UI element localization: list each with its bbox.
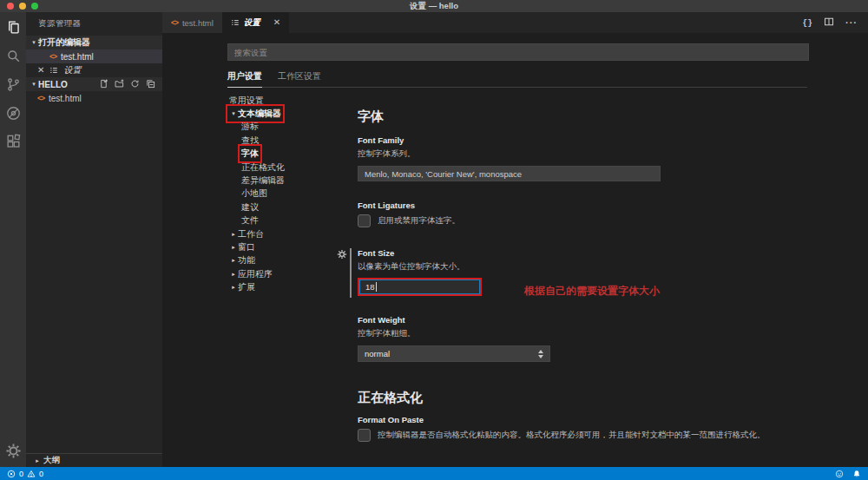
tab-bar: <> test.html 设置 ✕ {} ··· bbox=[162, 12, 868, 33]
status-bar: 0 0 bbox=[0, 467, 868, 480]
setting-title-format-on-save: Format On Save bbox=[358, 464, 807, 467]
settings-search-input[interactable] bbox=[227, 43, 809, 61]
setting-desc-font-family: 控制字体系列。 bbox=[358, 148, 807, 160]
feedback-smiley-icon[interactable] bbox=[835, 470, 844, 478]
toc-item-files[interactable]: 文件 bbox=[227, 214, 358, 227]
error-count: 0 bbox=[19, 470, 23, 478]
tab-test-html[interactable]: <> test.html bbox=[162, 12, 222, 33]
toc-item-application[interactable]: ▸应用程序 bbox=[227, 267, 358, 280]
chevron-down-icon: ▾ bbox=[229, 110, 238, 117]
annotation-box-font-size: 18 bbox=[358, 278, 482, 296]
tab-user-settings[interactable]: 用户设置 bbox=[227, 70, 262, 88]
error-icon bbox=[7, 470, 16, 478]
select-updown-icon bbox=[538, 350, 543, 358]
tab-workspace-settings[interactable]: 工作区设置 bbox=[278, 70, 321, 87]
edit-setting-gear-icon[interactable] bbox=[337, 247, 347, 263]
chevron-down-icon: ▾ bbox=[30, 81, 38, 88]
zoom-window-button[interactable] bbox=[31, 3, 38, 10]
open-editors-header[interactable]: ▾ 打开的编辑器 bbox=[26, 36, 162, 49]
html-file-icon: <> bbox=[37, 94, 44, 102]
toc-item-extensions[interactable]: ▸扩展 bbox=[227, 280, 358, 293]
toc-item-cursor[interactable]: 游标 bbox=[227, 121, 358, 134]
setting-desc-format-on-paste: 控制编辑器是否自动格式化粘贴的内容。格式化程序必须可用，并且能针对文档中的某一范… bbox=[378, 430, 766, 441]
extensions-icon[interactable] bbox=[4, 133, 22, 150]
section-heading-font: 字体 bbox=[358, 108, 807, 125]
chevron-right-icon: ▸ bbox=[229, 231, 238, 238]
window-controls bbox=[7, 3, 38, 10]
open-settings-json-icon[interactable]: {} bbox=[803, 18, 812, 28]
outline-section[interactable]: ▸ 大纲 bbox=[26, 453, 162, 467]
debug-icon[interactable] bbox=[4, 104, 22, 122]
chevron-right-icon: ▸ bbox=[229, 284, 238, 291]
tab-settings[interactable]: 设置 ✕ bbox=[222, 12, 289, 33]
annotation-box-font: 字体 bbox=[241, 148, 259, 160]
notifications-bell-icon[interactable] bbox=[852, 470, 861, 478]
setting-title-font-ligatures: Font Ligatures bbox=[358, 201, 807, 210]
settings-list: 字体 Font Family 控制字体系列。 Menlo, Monaco, 'C… bbox=[358, 88, 807, 467]
title-bar: 设置 — hello bbox=[0, 0, 868, 12]
more-actions-icon[interactable]: ··· bbox=[845, 17, 858, 28]
new-folder-icon[interactable] bbox=[115, 79, 124, 90]
close-window-button[interactable] bbox=[7, 3, 14, 10]
setting-font-size: Font Size 以像素为单位控制字体大小。 18 根据自己的需要设置字体大小 bbox=[358, 248, 807, 296]
toc-item-find[interactable]: 查找 bbox=[227, 134, 358, 147]
setting-title-format-on-paste: Format On Paste bbox=[358, 415, 807, 424]
toc-item-minimap[interactable]: 小地图 bbox=[227, 187, 358, 201]
annotation-note-font-size: 根据自己的需要设置字体大小 bbox=[524, 284, 660, 299]
settings-editor: 用户设置 工作区设置 常用设置 ▾ 文本编辑器 游标 bbox=[162, 33, 868, 467]
split-editor-icon[interactable] bbox=[824, 15, 834, 30]
font-ligatures-checkbox[interactable] bbox=[358, 214, 371, 227]
chevron-right-icon: ▸ bbox=[33, 457, 42, 464]
setting-desc-font-weight: 控制字体粗细。 bbox=[358, 328, 807, 339]
toc-item-formatting[interactable]: 正在格式化 bbox=[227, 161, 358, 174]
close-icon[interactable]: ✕ bbox=[273, 18, 280, 27]
chevron-right-icon: ▸ bbox=[229, 244, 238, 251]
collapse-all-icon[interactable] bbox=[146, 79, 155, 90]
annotation-box-text-editor: ▾ 文本编辑器 bbox=[229, 108, 281, 120]
source-control-icon[interactable] bbox=[4, 76, 22, 93]
font-weight-select[interactable]: normal bbox=[358, 345, 550, 362]
text-caret bbox=[376, 282, 377, 292]
open-editor-item-settings[interactable]: ✕ 设置 bbox=[26, 63, 162, 77]
format-on-paste-checkbox[interactable] bbox=[358, 429, 371, 442]
folder-header-hello[interactable]: ▾ HELLO bbox=[26, 77, 162, 91]
setting-title-font-family: Font Family bbox=[358, 135, 807, 145]
problems-status[interactable]: 0 0 bbox=[7, 470, 43, 478]
search-icon[interactable] bbox=[4, 47, 22, 64]
toc-item-commonly-used[interactable]: 常用设置 bbox=[227, 94, 358, 107]
sidebar-title: 资源管理器 bbox=[26, 12, 162, 36]
minimize-window-button[interactable] bbox=[19, 3, 26, 10]
font-family-input[interactable]: Menlo, Monaco, 'Courier New', monospace bbox=[358, 166, 661, 181]
setting-indicator-line bbox=[350, 248, 352, 298]
window-title: 设置 — hello bbox=[410, 1, 458, 12]
toc-item-diff-editor[interactable]: 差异编辑器 bbox=[227, 174, 358, 187]
manage-gear-icon[interactable] bbox=[4, 442, 22, 459]
section-heading-formatting: 正在格式化 bbox=[358, 390, 807, 406]
toc-item-text-editor[interactable]: ▾ 文本编辑器 bbox=[227, 107, 358, 120]
setting-title-font-size: Font Size bbox=[358, 248, 807, 258]
new-file-icon[interactable] bbox=[99, 79, 108, 90]
chevron-down-icon: ▾ bbox=[30, 39, 38, 46]
refresh-icon[interactable] bbox=[130, 79, 140, 90]
settings-list-icon bbox=[49, 66, 58, 75]
settings-toc: 常用设置 ▾ 文本编辑器 游标 查找 字体 bbox=[227, 88, 358, 467]
settings-scope-tabs: 用户设置 工作区设置 bbox=[227, 69, 807, 88]
warning-icon bbox=[27, 470, 36, 478]
setting-title-font-weight: Font Weight bbox=[358, 315, 807, 325]
html-file-icon: <> bbox=[171, 18, 178, 27]
explorer-icon[interactable] bbox=[4, 18, 22, 36]
chevron-right-icon: ▸ bbox=[229, 257, 238, 264]
font-size-input[interactable]: 18 bbox=[359, 279, 480, 294]
file-item-test-html[interactable]: <> test.html bbox=[26, 91, 162, 105]
editor-actions: {} ··· bbox=[803, 12, 868, 33]
activity-bar bbox=[0, 12, 26, 467]
toc-item-font[interactable]: 字体 bbox=[227, 148, 358, 161]
editor-area: <> test.html 设置 ✕ {} ··· bbox=[162, 12, 868, 467]
toc-item-workbench[interactable]: ▸工作台 bbox=[227, 227, 358, 240]
setting-desc-font-size: 以像素为单位控制字体大小。 bbox=[358, 261, 807, 273]
setting-desc-font-ligatures: 启用或禁用字体连字。 bbox=[378, 215, 460, 227]
toc-item-suggestions[interactable]: 建议 bbox=[227, 201, 358, 214]
settings-list-icon bbox=[231, 18, 240, 27]
close-icon[interactable]: ✕ bbox=[37, 66, 44, 75]
open-editor-item-test-html[interactable]: <> test.html bbox=[26, 49, 162, 63]
